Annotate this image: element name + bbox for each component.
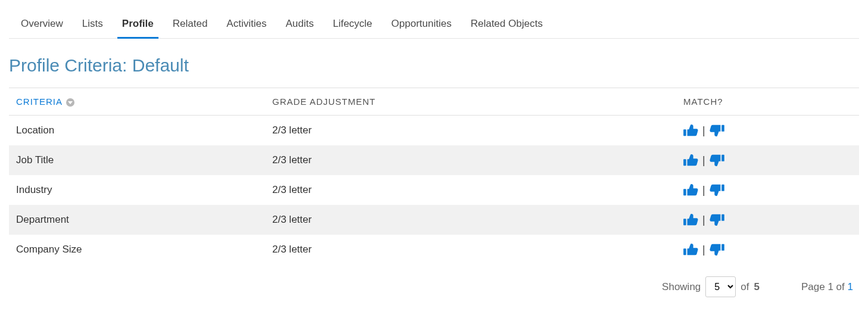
- tab-activities[interactable]: Activities: [226, 12, 266, 38]
- table-footer: Showing 5 of 5 Page 1 of 1: [9, 276, 859, 297]
- total-count: 5: [754, 281, 760, 293]
- column-header-criteria[interactable]: Criteria: [9, 88, 265, 116]
- page-total-link[interactable]: 1: [848, 281, 853, 292]
- showing-group: Showing 5 of 5: [662, 276, 760, 297]
- column-header-match-label: Match?: [683, 96, 723, 107]
- tab-opportunities[interactable]: Opportunities: [391, 12, 452, 38]
- tab-lists[interactable]: Lists: [82, 12, 103, 38]
- svg-rect-2: [683, 159, 686, 166]
- svg-rect-6: [683, 219, 686, 225]
- showing-label: Showing: [662, 281, 701, 293]
- criteria-cell: Location: [9, 116, 265, 146]
- svg-rect-4: [683, 189, 686, 195]
- thumbs-up-icon[interactable]: [683, 183, 699, 197]
- svg-rect-1: [721, 125, 724, 132]
- tab-overview[interactable]: Overview: [21, 12, 63, 38]
- adjustment-cell: 2/3 letter: [265, 116, 676, 146]
- tab-profile[interactable]: Profile: [122, 12, 154, 38]
- svg-rect-7: [721, 214, 724, 221]
- tab-related-objects[interactable]: Related Objects: [471, 12, 543, 38]
- thumbs-up-icon[interactable]: [683, 243, 699, 256]
- match-cell: |: [676, 235, 859, 264]
- thumbs-down-icon[interactable]: [709, 154, 724, 167]
- thumbs-up-icon[interactable]: [683, 154, 699, 167]
- thumbs-down-icon[interactable]: [709, 213, 724, 226]
- criteria-table-wrap: Criteria Grade Adjustment Match? Locatio…: [9, 88, 859, 264]
- match-cell: |: [676, 175, 859, 205]
- match-cell: |: [676, 205, 859, 235]
- match-divider: |: [702, 124, 705, 137]
- criteria-cell: Department: [9, 205, 265, 235]
- column-header-criteria-label: Criteria: [16, 96, 62, 107]
- table-row: Department2/3 letter|: [9, 205, 859, 235]
- table-row: Company Size2/3 letter|: [9, 235, 859, 264]
- tab-lifecycle[interactable]: Lifecycle: [333, 12, 372, 38]
- thumbs-up-icon[interactable]: [683, 124, 699, 137]
- page-current: 1: [827, 281, 833, 292]
- thumbs-up-icon[interactable]: [683, 213, 699, 226]
- match-divider: |: [702, 214, 705, 226]
- tab-bar: OverviewListsProfileRelatedActivitiesAud…: [9, 12, 859, 39]
- criteria-cell: Industry: [9, 175, 265, 205]
- adjustment-cell: 2/3 letter: [265, 175, 676, 205]
- table-row: Job Title2/3 letter|: [9, 145, 859, 175]
- of-label: of: [741, 281, 749, 293]
- criteria-cell: Company Size: [9, 235, 265, 264]
- page-title: Profile Criteria: Default: [9, 55, 859, 76]
- table-row: Location2/3 letter|: [9, 116, 859, 146]
- thumbs-down-icon[interactable]: [709, 124, 724, 137]
- match-cell: |: [676, 116, 859, 146]
- column-header-adjustment-label: Grade Adjustment: [272, 96, 376, 107]
- page-of: of: [836, 281, 845, 292]
- svg-rect-0: [683, 129, 686, 136]
- svg-rect-5: [721, 185, 724, 191]
- criteria-table: Criteria Grade Adjustment Match? Locatio…: [9, 88, 859, 264]
- column-header-adjustment: Grade Adjustment: [265, 88, 676, 116]
- adjustment-cell: 2/3 letter: [265, 205, 676, 235]
- page-label: Page: [801, 281, 825, 292]
- match-divider: |: [702, 244, 705, 256]
- svg-rect-3: [721, 155, 724, 161]
- thumbs-down-icon[interactable]: [709, 183, 724, 197]
- match-divider: |: [702, 154, 705, 167]
- tab-audits[interactable]: Audits: [285, 12, 313, 38]
- sort-down-icon: [66, 98, 74, 107]
- match-divider: |: [702, 184, 705, 197]
- table-row: Industry2/3 letter|: [9, 175, 859, 205]
- page-info: Page 1 of 1: [801, 281, 853, 293]
- criteria-cell: Job Title: [9, 145, 265, 175]
- page-size-select[interactable]: 5: [705, 276, 736, 297]
- column-header-match: Match?: [676, 88, 859, 116]
- thumbs-down-icon[interactable]: [709, 243, 724, 256]
- adjustment-cell: 2/3 letter: [265, 235, 676, 264]
- tab-related[interactable]: Related: [173, 12, 208, 38]
- match-cell: |: [676, 145, 859, 175]
- adjustment-cell: 2/3 letter: [265, 145, 676, 175]
- svg-rect-9: [721, 244, 724, 251]
- svg-rect-8: [683, 248, 686, 255]
